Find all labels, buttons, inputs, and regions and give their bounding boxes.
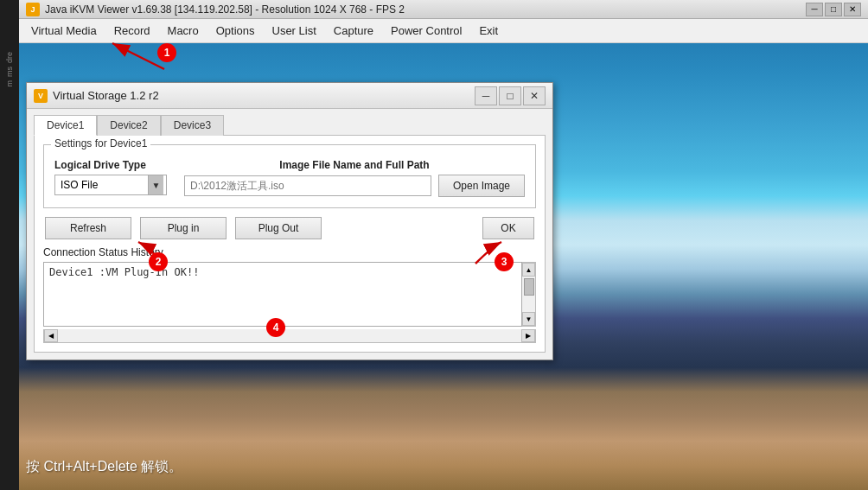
left-panel: dre ms m [0, 0, 19, 490]
dialog-restore[interactable]: □ [499, 86, 521, 105]
ok-button[interactable]: OK [482, 217, 534, 239]
app-icon: J [26, 3, 40, 16]
annotation-circle-3: 3 [495, 252, 514, 271]
left-panel-text-3: m [5, 80, 14, 87]
horizontal-scrollbar[interactable]: ◀ ▶ [43, 329, 536, 343]
menu-user-list[interactable]: User List [264, 22, 325, 40]
tab-bar: Device1 Device2 Device3 [27, 109, 552, 135]
dialog-title: Virtual Storage 1.2 r2 [53, 89, 475, 102]
minimize-button[interactable]: ─ [806, 3, 823, 16]
scroll-thumb[interactable] [524, 278, 534, 296]
logical-drive-select[interactable]: ISO File USB Disk DVD Drive [54, 175, 167, 195]
action-row: Refresh Plug in Plug Out OK [43, 217, 536, 239]
scroll-right-button[interactable]: ▶ [521, 329, 535, 342]
annotation-circle-2: 2 [149, 252, 168, 271]
scroll-left-button[interactable]: ◀ [44, 329, 58, 342]
refresh-button[interactable]: Refresh [45, 217, 131, 239]
image-file-col: Image File Name and Full Path Open Image [184, 159, 525, 197]
status-section: Connection Status History ▲ ▼ ◀ ▶ [43, 246, 536, 343]
menu-power-control[interactable]: Power Control [382, 22, 470, 40]
dialog-virtual-storage: V Virtual Storage 1.2 r2 ─ □ ✕ Device1 D… [26, 82, 553, 360]
annotation-circle-1: 1 [157, 43, 176, 62]
menu-options[interactable]: Options [207, 22, 264, 40]
logical-drive-wrapper: ISO File USB Disk DVD Drive ▼ [54, 175, 167, 195]
left-panel-text: dre [5, 52, 14, 63]
menu-capture[interactable]: Capture [325, 22, 382, 40]
logical-drive-col: Logical Drive Type ISO File USB Disk DVD… [54, 159, 167, 197]
titlebar-controls: ─ □ ✕ [806, 3, 861, 16]
titlebar-title: Java iKVM Viewer v1.69.38 [134.119.202.5… [45, 3, 806, 16]
dialog-titlebar: V Virtual Storage 1.2 r2 ─ □ ✕ [27, 83, 552, 109]
tab-device1[interactable]: Device1 [34, 115, 97, 136]
menu-virtual-media[interactable]: Virtual Media [22, 22, 105, 40]
tab-device2[interactable]: Device2 [97, 115, 160, 136]
plug-out-button[interactable]: Plug Out [235, 217, 322, 239]
dialog-icon: V [34, 89, 48, 103]
settings-row: Logical Drive Type ISO File USB Disk DVD… [54, 159, 525, 197]
tab-device3[interactable]: Device3 [161, 115, 224, 136]
menu-exit[interactable]: Exit [470, 22, 507, 40]
bottom-instruction: 按 Ctrl+Alt+Delete 解锁。 [26, 458, 182, 476]
menubar: Virtual Media Record Macro Options User … [19, 19, 868, 43]
scroll-up-button[interactable]: ▲ [522, 263, 535, 277]
settings-legend: Settings for Device1 [51, 137, 150, 150]
titlebar: J Java iKVM Viewer v1.69.38 [134.119.202… [19, 0, 868, 19]
settings-group: Settings for Device1 Logical Drive Type … [43, 144, 536, 208]
vertical-scrollbar[interactable]: ▲ ▼ [522, 262, 536, 327]
maximize-button[interactable]: □ [825, 3, 842, 16]
menu-record[interactable]: Record [105, 22, 159, 40]
logical-drive-label: Logical Drive Type [54, 159, 167, 171]
status-textarea[interactable] [43, 262, 522, 327]
dialog-minimize[interactable]: ─ [475, 86, 497, 105]
plug-in-button[interactable]: Plug in [140, 217, 227, 239]
scroll-down-button[interactable]: ▼ [522, 312, 535, 326]
dialog-close[interactable]: ✕ [523, 86, 546, 105]
annotation-circle-4: 4 [266, 318, 285, 337]
close-button[interactable]: ✕ [844, 3, 861, 16]
left-panel-text-2: ms [5, 67, 14, 77]
open-image-button[interactable]: Open Image [438, 175, 525, 197]
dialog-controls: ─ □ ✕ [475, 86, 546, 105]
status-label: Connection Status History [43, 246, 536, 258]
status-area-wrapper: ▲ ▼ [43, 262, 536, 329]
menu-macro[interactable]: Macro [159, 22, 207, 40]
image-file-label: Image File Name and Full Path [184, 159, 525, 171]
image-path-input[interactable] [184, 175, 431, 196]
scroll-track[interactable] [522, 277, 535, 312]
